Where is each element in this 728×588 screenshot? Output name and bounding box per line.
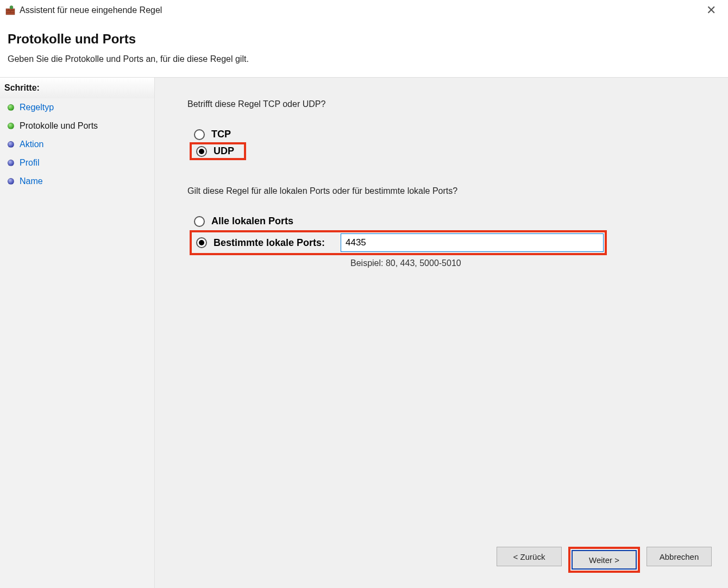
- sidebar-item-regeltyp[interactable]: Regeltyp: [0, 98, 154, 117]
- button-bar: < Zurück Weiter > Abbrechen: [497, 547, 712, 573]
- next-button[interactable]: Weiter >: [572, 550, 637, 570]
- radio-icon: [194, 216, 205, 227]
- radio-icon: [196, 146, 207, 157]
- cancel-button[interactable]: Abbrechen: [647, 547, 712, 566]
- port-example: Beispiel: 80, 443, 5000-5010: [350, 258, 701, 268]
- sidebar-item-label: Protokolle und Ports: [20, 121, 98, 131]
- page-title: Protokolle und Ports: [8, 31, 720, 47]
- step-bullet-icon: [8, 178, 14, 185]
- sidebar-item-label: Aktion: [20, 140, 43, 149]
- step-bullet-icon: [8, 104, 14, 111]
- sidebar-item-name[interactable]: Name: [0, 172, 154, 191]
- close-icon[interactable]: ✕: [700, 3, 723, 17]
- sidebar-item-profil[interactable]: Profil: [0, 154, 154, 172]
- main-panel: Betrifft diese Regel TCP oder UDP? TCP U…: [155, 78, 728, 588]
- radio-icon: [196, 237, 207, 248]
- port-radio-group: Alle lokalen Ports Bestimmte lokale Port…: [190, 212, 701, 268]
- radio-specific-ports[interactable]: Bestimmte lokale Ports:: [192, 237, 341, 249]
- radio-label: UDP: [214, 146, 242, 157]
- wizard-window: Assistent für neue eingehende Regel ✕ Pr…: [0, 0, 728, 588]
- firewall-icon: [5, 5, 15, 15]
- protocol-radio-group: TCP UDP: [190, 125, 701, 159]
- header: Protokolle und Ports Geben Sie die Proto…: [0, 21, 728, 73]
- sidebar-item-protokolle[interactable]: Protokolle und Ports: [0, 117, 154, 135]
- sidebar-item-label: Name: [20, 176, 43, 186]
- page-description: Geben Sie die Protokolle und Ports an, f…: [8, 54, 720, 64]
- radio-label: TCP: [211, 129, 239, 140]
- port-input[interactable]: [341, 233, 604, 252]
- steps-sidebar: Schritte: Regeltyp Protokolle und Ports …: [0, 78, 155, 588]
- radio-udp[interactable]: UDP: [190, 142, 246, 160]
- next-button-highlight: Weiter >: [568, 547, 640, 573]
- step-bullet-icon: [8, 160, 14, 166]
- radio-icon: [194, 129, 205, 140]
- sidebar-item-aktion[interactable]: Aktion: [0, 135, 154, 154]
- protocol-question: Betrifft diese Regel TCP oder UDP?: [187, 99, 701, 109]
- window-title: Assistent für neue eingehende Regel: [20, 5, 700, 15]
- radio-tcp[interactable]: TCP: [190, 125, 701, 143]
- radio-label: Alle lokalen Ports: [211, 216, 301, 227]
- sidebar-header: Schritte:: [0, 78, 154, 98]
- titlebar: Assistent für neue eingehende Regel ✕: [0, 0, 728, 21]
- port-question: Gilt diese Regel für alle lokalen Ports …: [187, 186, 701, 196]
- radio-specific-ports-row: Bestimmte lokale Ports:: [190, 230, 607, 255]
- radio-all-ports[interactable]: Alle lokalen Ports: [190, 212, 701, 230]
- sidebar-item-label: Profil: [20, 158, 39, 168]
- body: Schritte: Regeltyp Protokolle und Ports …: [0, 77, 728, 588]
- step-bullet-icon: [8, 123, 14, 129]
- step-bullet-icon: [8, 141, 14, 148]
- radio-label: Bestimmte lokale Ports:: [214, 237, 341, 249]
- sidebar-item-label: Regeltyp: [20, 103, 54, 112]
- back-button[interactable]: < Zurück: [497, 547, 562, 566]
